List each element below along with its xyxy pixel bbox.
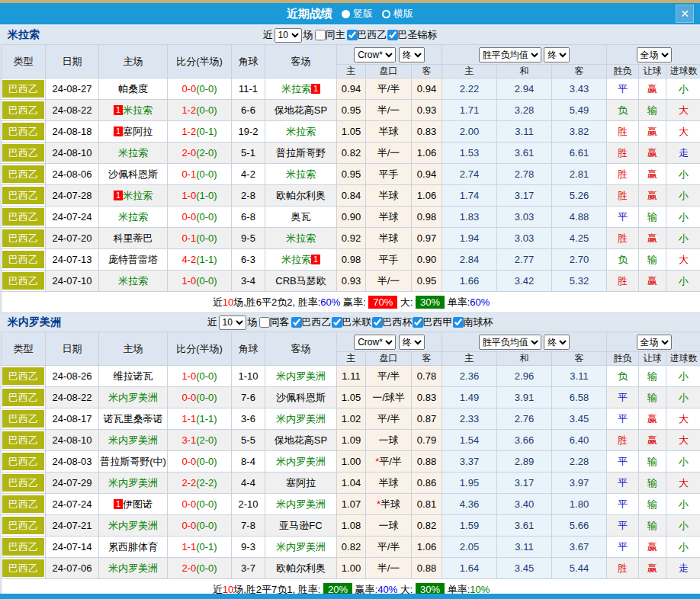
- match-count-select[interactable]: 10: [275, 28, 302, 43]
- away-cell: 米内罗美洲: [265, 494, 337, 515]
- league-filter[interactable]: 南球杯: [453, 316, 493, 329]
- home-cell: 诺瓦里桑蒂诺: [99, 408, 168, 430]
- match-row: 巴西乙24-07-241伊图诺0-0(0-0)2-10米内罗美洲1.07*半球0…: [2, 494, 700, 515]
- team-name: 伊图诺: [123, 498, 153, 510]
- euro-draw-cell: 3.03: [497, 207, 552, 228]
- layout-radio-horizontal[interactable]: 横版: [376, 7, 413, 21]
- league-checkbox[interactable]: [291, 317, 302, 328]
- league-checkbox[interactable]: [387, 30, 398, 40]
- euro-home-cell: 1.94: [442, 228, 497, 249]
- euro-away-cell: 5.44: [552, 558, 607, 579]
- odds-line-cell: 一球: [366, 430, 412, 451]
- date-cell: 24-08-18: [46, 121, 99, 143]
- layout-radio-vertical[interactable]: 竖版: [336, 7, 373, 21]
- score-cell: 0-0(0-0): [168, 387, 232, 408]
- handicap-cell: 输: [639, 472, 666, 494]
- handicap-cell: 赢: [639, 143, 666, 164]
- league-cell: 巴西乙: [2, 271, 46, 292]
- league-checkbox[interactable]: [347, 30, 358, 40]
- col-away: 客场: [265, 45, 337, 78]
- goals-cell: 大: [666, 472, 700, 494]
- match-row: 巴西乙24-08-27帕桑度0-0(0-0)11-1米拉索10.94平/半0.9…: [2, 78, 700, 100]
- away-cell: 米拉索: [265, 121, 337, 143]
- odds-away-cell: 0.81: [412, 494, 442, 515]
- league-filter[interactable]: 巴西杯: [372, 316, 413, 329]
- rank-badge: 1: [311, 255, 320, 264]
- league-filter[interactable]: 巴西乙: [291, 316, 332, 329]
- team-name-label: 米内罗美洲: [8, 316, 61, 329]
- euro-stage-select[interactable]: 终: [544, 47, 570, 62]
- handicap-cell: 赢: [639, 228, 666, 249]
- same-venue-checkbox[interactable]: [315, 30, 326, 40]
- corner-cell: 6-3: [232, 249, 265, 271]
- home-cell: 1米拉索: [99, 185, 168, 207]
- scope-select[interactable]: 全场: [637, 47, 672, 62]
- sub-result: 胜负: [607, 65, 639, 78]
- date-cell: 24-07-24: [46, 207, 99, 228]
- euro-draw-cell: 2.96: [497, 366, 552, 387]
- date-cell: 24-08-22: [46, 100, 99, 121]
- same-venue-checkbox[interactable]: [259, 317, 270, 328]
- same-venue-filter[interactable]: 同客: [259, 316, 290, 329]
- league-checkbox[interactable]: [372, 317, 383, 328]
- corner-cell: 4-4: [232, 472, 265, 494]
- page-title: 近期战绩: [287, 7, 332, 21]
- league-filter[interactable]: 巴西甲: [413, 316, 453, 329]
- scope-select[interactable]: 全场: [637, 335, 672, 350]
- euro-away-cell: 3.45: [552, 408, 607, 430]
- match-row: 巴西乙24-08-22米内罗美洲0-0(0-0)7-6沙佩科恩斯1.05一/球半…: [2, 387, 700, 408]
- league-filter[interactable]: 巴米联: [332, 316, 372, 329]
- team-name: 米拉索: [281, 83, 311, 94]
- radio-selected-icon[interactable]: [342, 10, 350, 18]
- bottom-strip: [0, 594, 700, 599]
- odds-home-cell: 1.05: [337, 387, 366, 408]
- bookmaker-select[interactable]: Crow*: [354, 47, 396, 62]
- euro-away-cell: 6.40: [552, 430, 607, 451]
- league-checkbox[interactable]: [453, 317, 464, 328]
- euro-away-cell: 3.82: [552, 121, 607, 143]
- date-cell: 24-07-14: [46, 537, 99, 558]
- corner-cell: 9-3: [232, 537, 265, 558]
- col-date: 日期: [46, 332, 99, 366]
- match-row: 巴西乙24-07-24米拉索0-0(0-0)6-8奥瓦0.90半球0.981.8…: [2, 207, 700, 228]
- date-cell: 24-08-03: [46, 451, 99, 472]
- home-cell: 累西腓体育: [99, 537, 168, 558]
- team-name: 米内罗美洲: [108, 434, 158, 446]
- league-checkbox[interactable]: [332, 317, 342, 328]
- result-cell: 平: [607, 408, 639, 430]
- odds-stage-select[interactable]: 终: [399, 47, 425, 62]
- close-icon[interactable]: ✕: [676, 5, 694, 23]
- handicap-cell: 输: [639, 366, 666, 387]
- away-cell: 保地花高SP: [265, 100, 337, 121]
- euro-odds-select[interactable]: 胜平负均值: [479, 47, 541, 62]
- league-cell: 巴西乙: [2, 366, 46, 387]
- league-cell: 巴西乙: [2, 121, 46, 143]
- league-filters: 巴西乙巴米联巴西杯巴西甲南球杯: [291, 316, 493, 330]
- score-cell: 1-0(1-0): [168, 185, 232, 207]
- match-count-select[interactable]: 10: [219, 316, 246, 330]
- result-cell: 平: [607, 515, 639, 537]
- goals-cell: 小: [666, 228, 700, 249]
- match-row: 巴西乙24-07-14累西腓体育1-1(0-1)9-3米内罗美洲0.82平/半1…: [2, 537, 700, 558]
- odds-stage-select[interactable]: 终: [399, 335, 425, 350]
- radio-unselected-icon[interactable]: [382, 10, 390, 18]
- sub-odds-home: 主: [337, 352, 366, 366]
- euro-odds-select[interactable]: 胜平负均值: [479, 335, 541, 350]
- bookmaker-select[interactable]: Crow*: [354, 335, 396, 350]
- team-name: 塞阿拉: [286, 477, 316, 488]
- league-label: 巴圣锦标: [398, 28, 438, 42]
- sub-odds-line: 盘口: [366, 352, 412, 366]
- score-cell: 2-2(2-2): [168, 472, 232, 494]
- away-cell: 米拉索1: [265, 78, 337, 100]
- same-venue-filter[interactable]: 同主: [315, 28, 345, 42]
- league-filter[interactable]: 巴西乙: [347, 28, 387, 42]
- euro-stage-select[interactable]: 终: [544, 335, 570, 350]
- sub-odds-away: 客: [412, 65, 442, 78]
- date-cell: 24-07-06: [46, 558, 99, 579]
- euro-draw-cell: 3.61: [497, 143, 552, 164]
- away-cell: 沙佩科恩斯: [265, 387, 337, 408]
- score-cell: 0-0(0-0): [168, 207, 232, 228]
- league-filter[interactable]: 巴圣锦标: [387, 28, 438, 42]
- team-name: 庞特普雷塔: [108, 254, 158, 265]
- league-checkbox[interactable]: [413, 317, 423, 328]
